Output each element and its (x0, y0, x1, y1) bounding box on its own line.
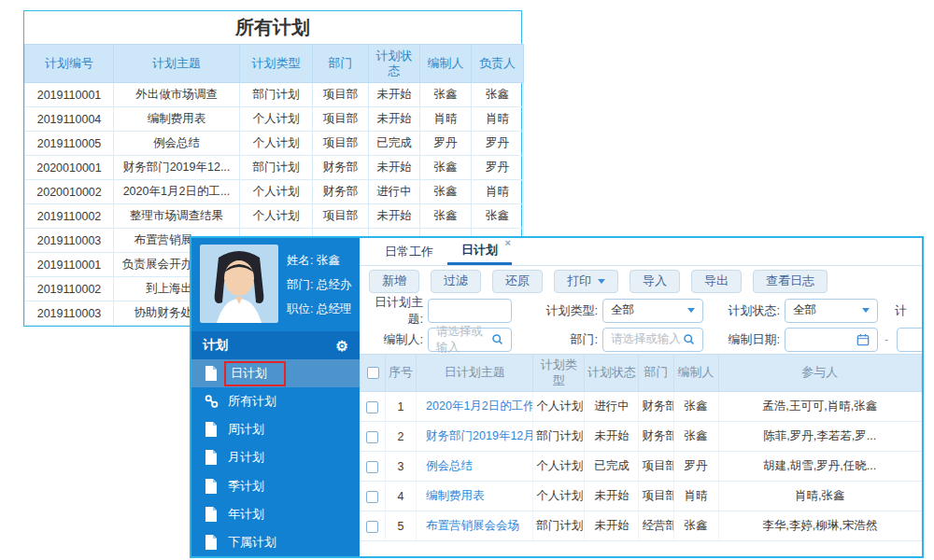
plan-subject-link[interactable]: 财务部门2019年12月的... (417, 422, 533, 452)
cell-checkbox (361, 452, 386, 482)
link-icon (205, 394, 219, 409)
import-button[interactable]: 导入 (630, 270, 680, 293)
close-tab-icon[interactable]: × (505, 238, 511, 248)
cell-creator: 张鑫 (673, 392, 718, 422)
column-header: 计划类型 (533, 355, 585, 392)
cell-dept: 财务部 (639, 392, 673, 422)
row-checkbox[interactable] (366, 521, 378, 533)
cell-value: 进行中 (369, 180, 420, 204)
cell-value: 个人计划 (240, 107, 313, 132)
view-log-button[interactable]: 查看日志 (753, 270, 828, 293)
add-button[interactable]: 新增 (369, 270, 419, 293)
profile-position: 职位: 总经理 (287, 301, 351, 317)
cell-type: 部门计划 (533, 422, 585, 452)
daily-plan-table: 序号日计划主题计划类型计划状态部门编制人参与人 12020年1月2日的工作日..… (360, 354, 922, 541)
print-button[interactable]: 打印 (554, 270, 618, 293)
main-content: 日常工作 日计划 × 新增 过滤 还原 打印 导入 导出 查看日志 日计划主题: (360, 238, 922, 556)
export-button[interactable]: 导出 (691, 270, 742, 293)
sidebar-item-周计划[interactable]: 周计划 (191, 415, 360, 443)
screen: 所有计划 计划编号计划主题计划类型部门计划状态编制人负责人 2019110001… (0, 0, 934, 560)
cell-value: 罗丹 (420, 132, 472, 156)
cell-type: 部门计划 (533, 511, 585, 541)
daily-plan-window: 姓名: 张鑫 部门: 总经办 职位: 总经理 计划 ⚙ 日计划所有计划周计划月计… (190, 236, 924, 558)
tab-label: 日常工作 (385, 244, 433, 260)
cell-value: 张鑫 (420, 204, 472, 229)
cell-creator: 肖晴 (673, 482, 718, 511)
table-row: 12020年1月2日的工作日...个人计划进行中财务部张鑫孟浩,王可可,肖晴,张… (361, 392, 922, 422)
cell-index: 1 (386, 392, 417, 422)
sidebar-item-下属计划[interactable]: 下属计划 (191, 528, 360, 556)
cell-plan-number: 2019110005 (25, 132, 114, 156)
subject-filter-input[interactable] (428, 299, 512, 323)
profile-name: 姓名: 张鑫 (287, 253, 351, 269)
type-filter-select[interactable]: 全部 (602, 299, 703, 323)
cell-dept: 经营部 (639, 511, 673, 541)
date-range-dash: - (884, 332, 888, 346)
filter-row-1: 日计划主题: 计划类型: 全部 计划状态: 全部 计 (360, 296, 922, 325)
table-row: 20200100022020年1月2日的工...个人计划财务部进行中张鑫肖晴 (25, 180, 524, 204)
cell-value: 个人计划 (240, 132, 313, 156)
sidebar-item-年计划[interactable]: 年计划 (191, 500, 360, 528)
row-checkbox[interactable] (366, 431, 378, 443)
cell-creator: 张鑫 (673, 511, 718, 541)
cell-index: 4 (386, 482, 417, 511)
tab-label: 日计划 (461, 242, 498, 259)
cell-value: 张鑫 (420, 156, 472, 180)
sidebar-item-日计划[interactable]: 日计划 (191, 359, 360, 387)
date-filter-label: 编制日期: (724, 331, 780, 348)
column-header: 计划状态 (369, 45, 420, 83)
date-from-input[interactable] (785, 328, 878, 352)
cell-value: 项目部 (313, 107, 369, 132)
date-to-input[interactable] (897, 328, 922, 352)
search-icon[interactable] (491, 333, 503, 345)
table-row: 3例会总结个人计划已完成项目部罗丹胡建,胡雪,罗丹,任晓... (361, 452, 922, 482)
cell-plan-number: 2019110002 (25, 277, 114, 301)
column-header: 编制人 (673, 355, 718, 392)
calendar-icon[interactable] (856, 333, 870, 346)
cell-value: 个人计划 (240, 180, 313, 204)
cell-value: 张鑫 (420, 83, 472, 107)
column-header: 序号 (386, 355, 417, 392)
cell-value: 未开始 (369, 156, 420, 180)
table-row: 2020010001财务部门2019年12...部门计划财务部未开始张鑫罗丹 (25, 156, 524, 180)
dept-filter-input[interactable]: 请选择或输入 (602, 328, 703, 352)
profile-info: 姓名: 张鑫 部门: 总经办 职位: 总经理 (287, 245, 351, 325)
cell-subject: 2020年1月2日的工... (114, 180, 240, 204)
cell-checkbox (361, 392, 386, 422)
cell-index: 2 (386, 422, 417, 452)
cell-checkbox (361, 511, 386, 541)
avatar (200, 245, 278, 323)
plan-subject-link[interactable]: 2020年1月2日的工作日... (417, 392, 533, 422)
cell-value: 肖晴 (472, 107, 524, 132)
creator-filter-label: 编制人: (363, 331, 423, 348)
plan-subject-link[interactable]: 编制费用表 (417, 482, 533, 511)
select-all-checkbox[interactable] (367, 367, 379, 379)
table-row: 2019110001外出做市场调查部门计划项目部未开始张鑫张鑫 (25, 83, 524, 107)
doc-icon (205, 507, 219, 522)
search-icon[interactable] (683, 333, 695, 345)
row-checkbox[interactable] (366, 491, 378, 503)
row-checkbox[interactable] (366, 461, 378, 473)
filter-row-2: 编制人: 请选择或输入 部门: 请选择或输入 编制日期: (360, 325, 922, 354)
sidebar-item-label: 月计划 (228, 449, 264, 466)
cell-dept: 项目部 (639, 452, 673, 482)
tab-daily-plan[interactable]: 日计划 × (447, 238, 512, 265)
status-filter-select[interactable]: 全部 (785, 299, 878, 323)
sidebar-item-季计划[interactable]: 季计划 (191, 472, 360, 500)
sidebar-item-所有计划[interactable]: 所有计划 (191, 387, 360, 415)
plan-subject-link[interactable]: 例会总结 (417, 452, 533, 482)
cell-status: 进行中 (585, 392, 639, 422)
sidebar-item-月计划[interactable]: 月计划 (191, 443, 360, 471)
plan-subject-link[interactable]: 布置营销展会会场 (417, 511, 533, 541)
tab-daily-work[interactable]: 日常工作 (371, 238, 447, 265)
row-checkbox[interactable] (366, 401, 378, 413)
column-header: 部门 (639, 355, 673, 392)
column-header: 日计划主题 (417, 355, 533, 392)
filter-button[interactable]: 过滤 (431, 270, 481, 293)
avatar-photo (200, 245, 278, 323)
gear-icon[interactable]: ⚙ (336, 339, 348, 353)
reset-button[interactable]: 还原 (492, 270, 543, 293)
cell-value: 未开始 (369, 107, 420, 132)
cell-index: 5 (386, 511, 417, 541)
creator-filter-input[interactable]: 请选择或输入 (428, 328, 512, 352)
